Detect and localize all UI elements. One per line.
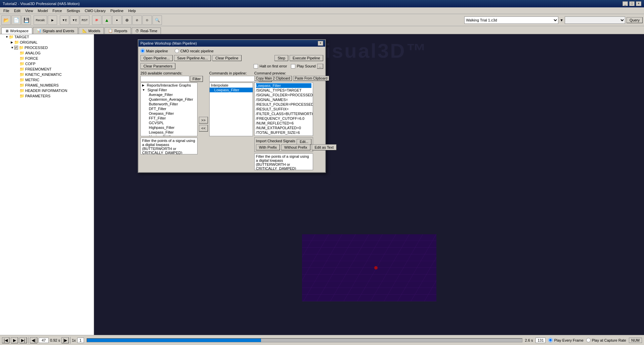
play-every-radio[interactable] <box>548 338 553 342</box>
edit-as-text-btn[interactable]: Edit as Text <box>312 144 337 150</box>
titlebar-controls[interactable]: _ □ × <box>622 1 641 6</box>
tree-kinetic[interactable]: 📁 KINETIC_KINEMATIC <box>0 72 94 77</box>
new-btn[interactable]: 📄 <box>11 15 21 25</box>
first-frame-btn[interactable]: |◀ <box>2 337 9 343</box>
menu-edit[interactable]: Edit <box>12 8 23 13</box>
preview-line-1[interactable]: /SIGNAL_TYPES=TARGET <box>256 88 311 93</box>
cmd-dft-filter[interactable]: DFT_Filter <box>141 106 197 111</box>
marker-btn[interactable]: ● <box>112 15 122 25</box>
tree-analog[interactable]: 📁 ANALOG <box>0 50 94 56</box>
tree-freemoment[interactable]: 📁 FREEMOMENT <box>0 66 94 72</box>
save-btn[interactable]: 💾 <box>22 15 31 25</box>
play-sound-checkbox[interactable] <box>291 64 295 68</box>
reset-btn[interactable]: RST <box>80 15 89 25</box>
filter-input-left[interactable] <box>140 76 189 82</box>
paste-from-btn[interactable]: Paste From Clipboard <box>293 76 329 81</box>
radio-cmo-pipeline[interactable]: CMO recalc pipeline <box>175 49 214 53</box>
preview-line-7[interactable]: /FREQUENCY_CUTOFF=6.0 <box>256 116 311 121</box>
pipeline-listbox[interactable]: Interpolate Lowpass_Filter <box>209 83 253 136</box>
tab-reports[interactable]: 📋 Reports <box>104 27 131 34</box>
cmd-highpass-filter[interactable]: Highpass_Filter <box>141 125 197 130</box>
tab-realtime[interactable]: ⏱ Real-Time <box>132 28 161 34</box>
sound-browse-btn[interactable]: ... <box>317 64 323 69</box>
menu-help[interactable]: Help <box>126 8 138 13</box>
clear-params-btn[interactable]: Clear Parameters <box>140 63 175 69</box>
frame-number[interactable]: 47 <box>39 338 49 343</box>
filter-input-mid[interactable] <box>209 76 258 82</box>
menu-pipeline[interactable]: Pipeline <box>109 8 126 13</box>
preview-line-3[interactable]: /SIGNAL_NAMES= <box>256 97 311 102</box>
query-select[interactable]: Walking Trial 1.c3d <box>464 16 558 24</box>
clear-pipeline-btn[interactable]: Clear Pipeline <box>212 55 241 61</box>
pipeline-lowpass[interactable]: Lowpass_Filter <box>210 88 253 92</box>
preview-line-11[interactable]: /NUM_BIDIRECTIONAL_PASSES=1 <box>256 135 311 136</box>
cmd-onepass-filter[interactable]: Onepass_Filter <box>141 111 197 116</box>
open-btn[interactable]: 📂 <box>1 15 11 25</box>
cmd-average-filter[interactable]: Average_Filter <box>141 92 197 97</box>
tree-target[interactable]: ▼ 📁 TARGET <box>0 34 94 40</box>
preview-line-2[interactable]: /SIGNAL_FOLDER=PROCESSED <box>256 93 311 97</box>
menu-cmo[interactable]: CMO Library <box>83 8 108 13</box>
open-pipeline-btn[interactable]: Open Pipeline... <box>140 55 173 61</box>
progress-track[interactable] <box>87 338 522 342</box>
menu-file[interactable]: File <box>1 8 11 13</box>
edit-btn[interactable]: Edit... <box>297 139 311 145</box>
preview-line-9[interactable]: /NUM_EXTRAPOLATED=0 <box>256 126 311 130</box>
cmd-reports-group[interactable]: ▶ Reports/Interactive Graphs <box>141 83 197 88</box>
tree-original[interactable]: ▶ 📁 ORIGINAL <box>0 40 94 45</box>
maximize-btn[interactable]: □ <box>629 1 635 6</box>
pipeline-interpolate[interactable]: Interpolate <box>210 83 253 88</box>
cmd-gcvspl[interactable]: GCVSPL <box>141 120 197 125</box>
preview-line-5[interactable]: /RESULT_SUFFIX= <box>256 107 311 111</box>
tab-models[interactable]: 📐 Models <box>79 27 104 34</box>
without-prefix-btn[interactable]: Without Prefix <box>281 144 310 150</box>
query-secondary[interactable] <box>565 16 625 24</box>
menu-settings[interactable]: Settings <box>65 8 82 13</box>
query-btn[interactable]: Query <box>627 17 643 23</box>
tree-frame-numbers[interactable]: 📁 FRAME_NUMBERS <box>0 83 94 88</box>
preview-line-6[interactable]: /FILTER_CLASS=BUTTERWORTH <box>256 111 311 116</box>
halt-error-checkbox[interactable] <box>254 64 258 68</box>
dialog-close-btn[interactable]: × <box>318 41 323 46</box>
preview-line-8[interactable]: /NUM_REFLECTED=6 <box>256 121 311 126</box>
step-btn[interactable]: Step <box>274 55 288 61</box>
tab-signals[interactable]: 📊 Signals and Events <box>33 27 78 34</box>
pipeline-btn[interactable]: ▶ <box>48 15 57 25</box>
force-btn[interactable]: /F <box>92 15 101 25</box>
cmd-fft-filter[interactable]: FFT_Filter <box>141 116 197 120</box>
ball-btn[interactable]: ⊕ <box>122 15 132 25</box>
radio-main-pipeline[interactable]: Main pipeline <box>140 49 168 53</box>
menu-force[interactable]: Force <box>50 8 64 13</box>
preview-panel[interactable]: Lowpass_Filter /SIGNAL_TYPES=TARGET /SIG… <box>254 82 313 136</box>
preview-line-4[interactable]: /RESULT_FOLDER=PROCESSED <box>256 102 311 107</box>
next-frame-btn[interactable]: |▶ <box>61 337 69 343</box>
seg-btn[interactable]: ⊘ <box>132 15 142 25</box>
play-capture-radio[interactable] <box>586 338 591 342</box>
processed-checkbox[interactable]: ✓ <box>14 46 18 50</box>
cmd-signal-filter-group[interactable]: ▼ Signal Filter <box>141 88 197 92</box>
execute-btn[interactable]: Execute Pipeline <box>290 55 323 61</box>
cmd-quaternion-filter[interactable]: Quaternion_Average_Filter <box>141 97 197 102</box>
remove-from-pipeline-btn[interactable]: << <box>199 125 208 132</box>
cmd-moving-rms[interactable]: Moving_RMS <box>141 135 197 136</box>
tree-parameters[interactable]: 📁 PARAMETERS <box>0 93 94 99</box>
prev-frame-btn[interactable]: ◀| <box>30 337 37 343</box>
event-btn2[interactable]: ▼E <box>70 15 79 25</box>
vis-btn[interactable]: 🔍 <box>153 15 162 25</box>
tree-header-info[interactable]: 📁 HEADER INFORMATION <box>0 88 94 93</box>
menu-view[interactable]: View <box>23 8 35 13</box>
add-to-pipeline-btn[interactable]: >> <box>199 117 208 124</box>
cmd-butterworth-filter[interactable]: Butterworth_Filter <box>141 102 197 106</box>
copy-main-btn[interactable]: Copy Main 2 Clipboard <box>254 76 292 81</box>
plus-btn[interactable]: ▲ <box>102 15 112 25</box>
close-btn[interactable]: × <box>636 1 641 6</box>
tree-cofp[interactable]: 📁 COFP <box>0 61 94 66</box>
tree-processed[interactable]: ▼ ✓ 📁 PROCESSED <box>0 45 94 50</box>
with-prefix-btn[interactable]: With Prefix <box>256 144 280 150</box>
minimize-btn[interactable]: _ <box>622 1 628 6</box>
tree-metric[interactable]: 📁 METRIC <box>0 77 94 83</box>
preview-line-10[interactable]: /TOTAL_BUFFER_SIZE=6 <box>256 130 311 135</box>
tree-force[interactable]: 📁 FORCE <box>0 56 94 61</box>
preview-line-0[interactable]: Lowpass_Filter <box>256 83 311 88</box>
last-frame-btn[interactable]: ▶| <box>19 337 27 343</box>
